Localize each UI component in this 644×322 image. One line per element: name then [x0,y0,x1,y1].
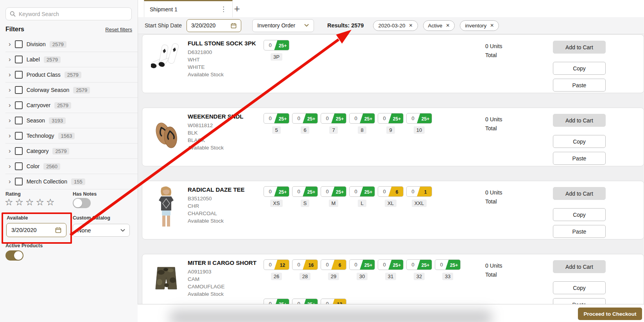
filter-group-row[interactable]: › Colorway Season 2579 [5,83,138,98]
chip-active[interactable]: Active ✕ [423,20,455,31]
filter-checkbox[interactable] [15,101,23,109]
add-tab-button[interactable]: + [231,2,243,15]
quantity-cell[interactable]: 025+ [435,259,461,270]
sort-order-select[interactable]: Inventory Order [252,19,314,32]
filter-checkbox[interactable] [15,56,23,63]
add-to-cart-button[interactable]: Add to Cart [553,41,606,54]
close-icon[interactable]: ✕ [490,23,494,28]
star-icon[interactable]: ☆ [36,197,47,207]
paste-button[interactable]: Paste [553,79,606,92]
paste-button[interactable]: Paste [553,225,606,238]
start-ship-date-input[interactable]: 3/20/2020 [187,19,241,32]
filter-group-row[interactable]: › Merch Collection 155 [5,174,138,189]
filter-group-row[interactable]: › Color 2560 [5,159,138,174]
quantity-cell[interactable]: 025+ [292,299,318,304]
filter-checkbox[interactable] [15,40,23,48]
filter-count-badge: 2579 [52,148,69,155]
tab-shipment-1[interactable]: Shipment 1 ⋮ [144,0,233,17]
filter-checkbox[interactable] [15,178,23,185]
chevron-right-icon[interactable]: › [9,71,11,78]
chevron-right-icon[interactable]: › [9,132,11,139]
qty-input[interactable]: 0 [321,299,334,304]
quantity-cell[interactable]: 025+ [321,186,346,197]
star-icon[interactable]: ☆ [25,197,36,207]
qty-input[interactable]: 0 [292,299,305,304]
chevron-right-icon[interactable]: › [9,102,11,108]
quantity-cell[interactable]: 025+ [264,40,289,50]
rating-stars[interactable]: ☆☆☆☆☆ [5,197,57,208]
quantity-cell[interactable]: 025+ [264,113,289,124]
calendar-icon[interactable] [55,227,61,233]
reset-filters-link[interactable]: Reset filters [105,27,132,32]
quantity-cell[interactable]: 025+ [292,113,318,124]
quantity-cell[interactable]: 012 [321,299,346,304]
filter-group-row[interactable]: › Label 2579 [5,52,138,67]
chevron-right-icon[interactable]: › [9,163,11,169]
quantity-cell[interactable]: 025+ [406,259,432,270]
chip-inventory[interactable]: inventory ✕ [460,20,499,31]
quantity-cell[interactable]: 025+ [292,186,318,197]
quantity-cell[interactable]: 025+ [321,113,346,124]
qty-input[interactable]: 0 [264,299,276,304]
chevron-right-icon[interactable]: › [9,117,11,124]
quantity-cell[interactable]: 025+ [406,113,432,124]
filter-checkbox[interactable] [15,162,23,170]
add-to-cart-button[interactable]: Add to Cart [553,114,606,127]
active-products-toggle[interactable] [5,250,23,261]
quantity-cell[interactable]: 025+ [349,186,375,197]
filter-group-row[interactable]: › Product Class 2579 [5,67,138,83]
calendar-icon[interactable] [231,23,237,29]
has-notes-toggle[interactable] [73,198,91,208]
chevron-right-icon[interactable]: › [9,178,11,185]
close-icon[interactable]: ✕ [446,23,450,28]
quantity-cell[interactable]: 025+ [264,299,289,304]
filter-checkbox[interactable] [15,147,23,155]
chevron-right-icon[interactable]: › [9,41,11,47]
proceed-to-checkout-button[interactable]: Proceed to Checkout [578,308,642,320]
quantity-cell[interactable]: 025+ [349,113,375,124]
chevron-right-icon[interactable]: › [9,86,11,93]
product-color-name: WHITE [188,63,256,71]
search-input[interactable]: Keyword Search [5,7,132,20]
chip-date[interactable]: 2020-03-20 ✕ [373,20,418,31]
kebab-menu-icon[interactable]: ⋮ [217,4,230,15]
quantity-cell[interactable]: 012 [264,259,289,270]
star-icon[interactable]: ☆ [46,197,57,207]
product-name[interactable]: WEEKENDER SNDL [188,113,244,120]
star-icon[interactable]: ☆ [5,197,15,207]
filter-group-row[interactable]: › Carryover 2579 [5,98,138,113]
copy-button[interactable]: Copy [553,135,606,148]
filter-checkbox[interactable] [15,71,23,79]
available-date-input[interactable]: 3/20/2020 [6,223,66,237]
filter-group-row[interactable]: › Division 2579 [5,37,138,52]
copy-button[interactable]: Copy [553,208,606,221]
quantity-cell[interactable]: 016 [292,259,318,270]
quantity-cell[interactable]: 025+ [378,113,404,124]
product-name[interactable]: FULL STONE SOCK 3PK [188,40,256,47]
filter-group-row[interactable]: › Technology 1563 [5,128,138,144]
product-name[interactable]: RADICAL DAZE TEE [188,186,245,193]
paste-button[interactable]: Paste [553,298,606,304]
copy-button[interactable]: Copy [553,281,606,294]
paste-button[interactable]: Paste [553,152,606,165]
filter-checkbox[interactable] [15,132,23,140]
filter-group-row[interactable]: › Season 3193 [5,113,138,128]
custom-catalog-select[interactable]: None [73,224,130,237]
quantity-cell[interactable]: 06 [321,259,346,270]
quantity-cell[interactable]: 01 [406,186,432,197]
add-to-cart-button[interactable]: Add to Cart [553,260,606,273]
quantity-cell[interactable]: 025+ [349,259,375,270]
close-icon[interactable]: ✕ [409,23,413,28]
chevron-right-icon[interactable]: › [9,148,11,154]
quantity-cell[interactable]: 025+ [378,259,404,270]
star-icon[interactable]: ☆ [15,197,26,207]
filter-group-row[interactable]: › Category 2579 [5,144,138,159]
add-to-cart-button[interactable]: Add to Cart [553,187,606,200]
filter-checkbox[interactable] [15,86,23,94]
filter-checkbox[interactable] [15,117,23,124]
product-name[interactable]: MITER II CARGO SHORT [188,259,257,266]
chevron-right-icon[interactable]: › [9,56,11,63]
quantity-cell[interactable]: 06 [378,186,404,197]
copy-button[interactable]: Copy [553,62,606,75]
quantity-cell[interactable]: 025+ [264,186,289,197]
